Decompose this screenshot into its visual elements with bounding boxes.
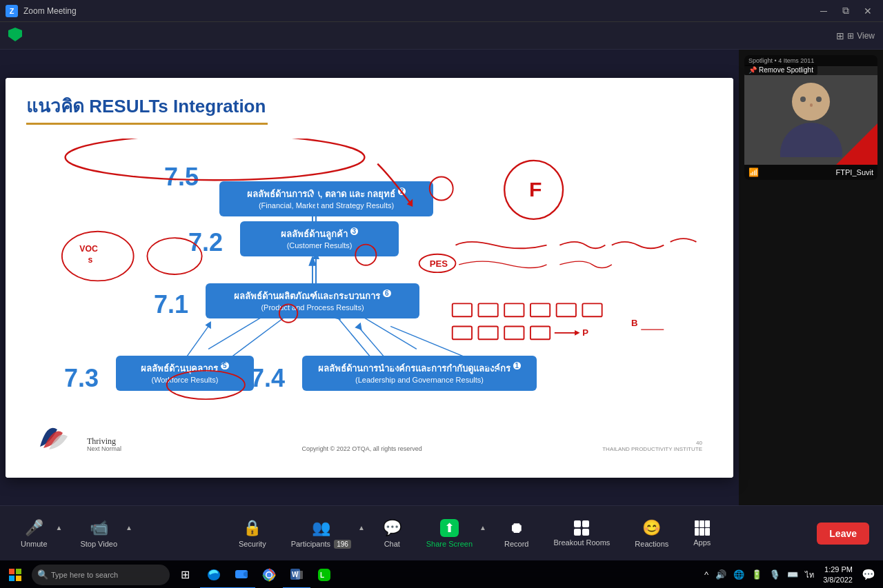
show-hidden-icons[interactable]: ^	[702, 568, 711, 581]
taskbar-search[interactable]: 🔍 Type here to search	[32, 565, 170, 585]
participants-arrow[interactable]: ▲	[358, 524, 365, 531]
taskbar-app-edge[interactable]	[200, 560, 228, 588]
search-placeholder-text: Type here to search	[51, 571, 118, 579]
zoom-toolbar-top: ⊞ View	[0, 22, 883, 50]
zoom-icon: Z	[6, 5, 18, 17]
breakout-rooms-label: Breakout Rooms	[553, 538, 610, 547]
view-icon: ⊞	[847, 31, 854, 41]
leave-button[interactable]: Leave	[817, 523, 869, 545]
stop-video-button[interactable]: 📹 Stop Video	[73, 515, 124, 552]
svg-marker-44	[355, 322, 361, 330]
stop-video-arrow[interactable]: ▲	[126, 524, 132, 531]
svg-point-23	[419, 254, 456, 272]
footer-logo-area: Thriving Next Normal	[37, 419, 121, 452]
security-icon: 🔒	[243, 519, 261, 537]
notification-center-icon[interactable]: 💬	[860, 567, 877, 582]
view-label: View	[857, 31, 875, 41]
remove-spotlight-button[interactable]: 📌 Remove Spotlight	[744, 65, 817, 75]
chat-button[interactable]: 💬 Chat	[376, 515, 408, 552]
otqa-logo	[37, 419, 81, 452]
speaker-name: FTPI_Suvit	[836, 168, 873, 176]
svg-text:s: s	[88, 255, 93, 265]
participants-button[interactable]: 👥 Participants 196	[284, 515, 358, 552]
system-tray: ^ 🔊 🌐 🔋 🎙️ ⌨️ ไท	[702, 567, 816, 582]
taskbar-time: 1:29 PM	[823, 565, 853, 574]
svg-rect-33	[504, 326, 524, 339]
red-flag-decoration	[836, 123, 877, 165]
svg-rect-28	[530, 303, 550, 316]
unmute-arrow[interactable]: ▲	[56, 524, 63, 531]
title-underline	[26, 123, 268, 125]
taskbar-app-word[interactable]: W	[283, 560, 310, 588]
record-button[interactable]: ⏺ Record	[497, 515, 535, 552]
apps-label: Apps	[693, 538, 711, 547]
speaker-video	[744, 75, 877, 165]
svg-rect-30	[582, 303, 602, 316]
svg-text:B: B	[631, 318, 638, 328]
svg-text:VOC: VOC	[79, 243, 98, 253]
taskbar-app-line[interactable]: L	[310, 560, 338, 588]
signal-icon: 📶	[748, 168, 759, 177]
participants-icon: 👥	[312, 519, 330, 537]
svg-rect-27	[504, 303, 524, 316]
participants-badge: 196	[334, 540, 351, 549]
svg-point-15	[504, 160, 563, 219]
windows-logo-icon	[9, 569, 21, 581]
slide-container: แนวคิด RESULTs Integration	[6, 78, 733, 478]
speaker-icon[interactable]: 🔊	[713, 568, 728, 581]
box-75: 7.5 ผลลัพธ์ด้านการเงิน, ตลาด และ กลยุทธ์…	[219, 152, 433, 217]
svg-text:P: P	[582, 327, 588, 337]
svg-rect-49	[16, 576, 21, 581]
svg-marker-36	[575, 330, 580, 336]
network-icon[interactable]: 🌐	[731, 568, 746, 581]
start-button[interactable]	[0, 560, 30, 588]
breakout-rooms-icon	[574, 520, 589, 536]
svg-rect-26	[478, 303, 497, 316]
diagram: 7.5 ผลลัพธ์ด้านการเงิน, ตลาด และ กลยุทธ์…	[26, 139, 713, 456]
apps-button[interactable]: Apps	[686, 516, 717, 551]
microphone-sys-icon[interactable]: 🎙️	[767, 568, 782, 581]
share-screen-arrow[interactable]: ▲	[479, 524, 486, 531]
language-icon[interactable]: ไท	[803, 567, 816, 582]
unmute-label: Unmute	[21, 540, 48, 548]
taskbar-app-zoom[interactable]	[228, 560, 255, 588]
close-button[interactable]: ✕	[858, 4, 877, 18]
windows-taskbar: 🔍 Type here to search ⊞	[0, 560, 883, 588]
svg-rect-32	[478, 326, 497, 339]
svg-text:L: L	[320, 571, 324, 579]
svg-text:F: F	[529, 177, 542, 200]
window-controls: ─ ⧉ ✕	[814, 4, 877, 18]
share-screen-button[interactable]: ⬆ Share Screen	[419, 515, 479, 552]
taskbar-left: 🔍 Type here to search ⊞	[0, 560, 338, 588]
bottom-toolbar: 🎤 Unmute ▲ 📹 Stop Video ▲ 🔒 Security	[0, 505, 883, 560]
svg-rect-58	[296, 571, 303, 579]
task-view-button[interactable]: ⊞	[171, 560, 199, 588]
reactions-button[interactable]: 😊 Reactions	[628, 515, 675, 552]
taskbar-datetime[interactable]: 1:29 PM 3/8/2022	[817, 565, 858, 585]
speaker-avatar-head	[792, 83, 830, 121]
toolbar-center: 🔒 Security 👥 Participants 196 ▲ 💬 Chat ⬆…	[132, 515, 817, 552]
spotlight-label: Remove Spotlight	[759, 66, 813, 74]
reactions-icon: 😊	[642, 519, 661, 537]
record-icon: ⏺	[509, 519, 524, 537]
unmute-button[interactable]: 🎤 Unmute	[14, 515, 54, 552]
record-label: Record	[504, 540, 528, 548]
maximize-button[interactable]: ⧉	[836, 4, 855, 18]
breakout-rooms-button[interactable]: Breakout Rooms	[546, 516, 617, 551]
stop-video-label: Stop Video	[80, 540, 117, 548]
security-button[interactable]: 🔒 Security	[232, 515, 273, 552]
minimize-button[interactable]: ─	[814, 4, 833, 18]
slide-footer: Thriving Next Normal Copyright © 2022 OT…	[26, 419, 713, 452]
svg-rect-34	[530, 326, 550, 339]
spotlight-banner: Spotlight • 4 Items 2011	[744, 55, 877, 66]
footer-copyright: Copyright © 2022 OTQA, all rights reserv…	[302, 445, 422, 452]
green-shield-icon	[8, 28, 22, 44]
keyboard-icon[interactable]: ⌨️	[785, 568, 800, 581]
taskbar-pinned-apps: W L	[200, 560, 338, 588]
svg-rect-31	[453, 326, 472, 339]
taskbar-app-chrome[interactable]	[255, 560, 283, 588]
battery-icon[interactable]: 🔋	[749, 568, 764, 581]
unmute-button-group: 🎤 Unmute ▲	[14, 515, 62, 552]
participants-label: Participants	[291, 540, 330, 548]
view-button[interactable]: ⊞ View	[836, 30, 875, 41]
